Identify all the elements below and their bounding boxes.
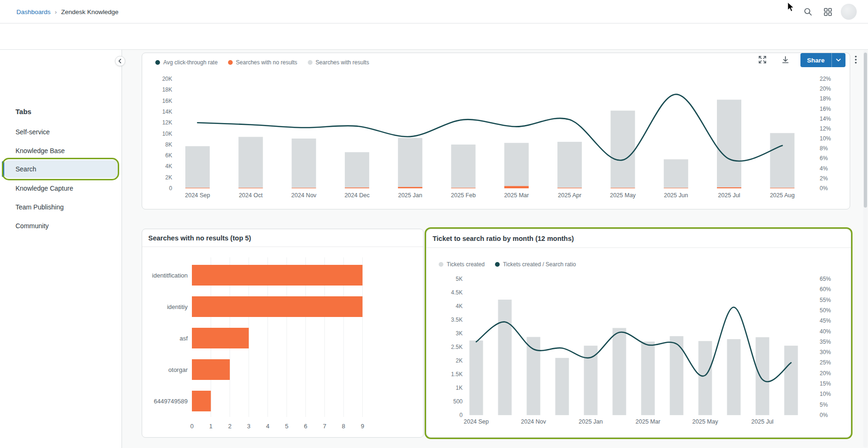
- legend-dot-avg-ctr: [155, 60, 160, 65]
- svg-text:30%: 30%: [820, 349, 831, 355]
- svg-text:2: 2: [228, 423, 231, 430]
- svg-text:2024 Sep: 2024 Sep: [464, 418, 489, 425]
- share-dropdown-button[interactable]: [831, 53, 845, 67]
- fullscreen-icon: [758, 55, 767, 64]
- svg-text:2024 Oct: 2024 Oct: [239, 192, 263, 199]
- svg-text:8: 8: [342, 423, 345, 430]
- tabs-sidebar: Tabs Self-service Knowledge Base Search …: [0, 50, 122, 448]
- sidebar-item-community[interactable]: Community: [0, 217, 122, 235]
- svg-text:1.5K: 1.5K: [451, 371, 463, 378]
- svg-text:1K: 1K: [456, 385, 463, 391]
- svg-text:identitiy: identitiy: [167, 303, 188, 310]
- svg-text:4%: 4%: [820, 165, 828, 172]
- top-bar: Dashboards › Zendesk Knowledge: [0, 0, 868, 23]
- svg-text:0%: 0%: [820, 412, 828, 418]
- search-button[interactable]: [799, 3, 816, 20]
- svg-text:2.5K: 2.5K: [451, 344, 463, 350]
- svg-text:16%: 16%: [820, 106, 831, 112]
- dashboard-toolbar: Share: [0, 23, 868, 50]
- svg-text:25%: 25%: [820, 359, 831, 366]
- breadcrumb-dashboards-link[interactable]: Dashboards: [16, 8, 51, 15]
- svg-text:55%: 55%: [820, 297, 831, 303]
- svg-text:20%: 20%: [820, 370, 831, 377]
- share-button[interactable]: Share: [800, 53, 831, 67]
- svg-text:6K: 6K: [165, 152, 172, 159]
- legend-label: Tickets created: [447, 261, 485, 268]
- user-avatar[interactable]: [841, 4, 857, 20]
- apps-button[interactable]: [819, 3, 836, 20]
- scrollbar-thumb[interactable]: [864, 53, 867, 208]
- sidebar-collapse-button[interactable]: [115, 56, 125, 66]
- search-icon: [804, 8, 812, 16]
- svg-text:10%: 10%: [820, 391, 831, 397]
- svg-text:500: 500: [453, 398, 463, 405]
- svg-text:14%: 14%: [820, 116, 831, 122]
- legend-dot-ratio: [495, 262, 500, 267]
- download-button[interactable]: [777, 51, 794, 68]
- svg-text:40%: 40%: [820, 328, 831, 335]
- breadcrumb-current-page: Zendesk Knowledge: [61, 8, 118, 15]
- svg-text:2K: 2K: [456, 357, 463, 364]
- legend-dot-tickets-created: [439, 262, 443, 267]
- ticket-ratio-chart[interactable]: 5K4.5K4K3.5K3K2.5K2K1.5K1K500065%60%55%5…: [426, 229, 851, 437]
- svg-text:22%: 22%: [820, 76, 831, 82]
- ticket-ratio-chart-card: Ticket to search ratio by month (12 mont…: [426, 229, 851, 438]
- svg-text:3.5K: 3.5K: [451, 317, 463, 323]
- sidebar-item-knowledge-capture[interactable]: Knowledge Capture: [0, 179, 122, 197]
- svg-text:3K: 3K: [456, 330, 463, 337]
- svg-text:12K: 12K: [162, 119, 172, 126]
- svg-text:2025 Jan: 2025 Jan: [398, 192, 422, 199]
- svg-text:35%: 35%: [820, 339, 831, 345]
- svg-text:2025 Jun: 2025 Jun: [664, 192, 688, 199]
- more-options-button[interactable]: [847, 51, 864, 68]
- svg-text:0%: 0%: [820, 185, 828, 192]
- legend-item: Tickets created / Search ratio: [495, 261, 576, 268]
- svg-text:6449749589: 6449749589: [154, 398, 188, 405]
- breadcrumb-separator-icon: ›: [55, 8, 57, 15]
- svg-text:20K: 20K: [162, 76, 172, 82]
- sidebar-item-knowledge-base[interactable]: Knowledge Base: [0, 142, 122, 160]
- no-results-top5-chart[interactable]: identitficationidentitiyasfotorgar644974…: [142, 229, 423, 437]
- share-button-group: Share: [800, 53, 845, 67]
- legend-label: Tickets created / Search ratio: [503, 261, 576, 268]
- legend-label: Avg click-through rate: [163, 59, 218, 66]
- svg-text:identitfication: identitfication: [152, 272, 188, 279]
- svg-text:10K: 10K: [162, 131, 172, 137]
- svg-text:6: 6: [304, 423, 307, 430]
- svg-text:45%: 45%: [820, 317, 831, 324]
- chart-legend: Avg click-through rate Searches with no …: [155, 59, 369, 66]
- svg-text:5: 5: [285, 423, 288, 430]
- svg-text:2025 Mar: 2025 Mar: [636, 418, 661, 425]
- svg-text:4: 4: [266, 423, 269, 430]
- svg-text:60%: 60%: [820, 286, 831, 293]
- breadcrumb: Dashboards › Zendesk Knowledge: [16, 0, 118, 23]
- svg-text:18K: 18K: [162, 86, 172, 93]
- chevron-down-icon: [836, 59, 841, 62]
- svg-text:2%: 2%: [820, 175, 828, 182]
- legend-dot-no-results: [228, 60, 233, 65]
- svg-text:16K: 16K: [162, 98, 172, 104]
- svg-text:2025 Jul: 2025 Jul: [751, 418, 773, 425]
- sidebar-item-search[interactable]: Search: [0, 160, 122, 178]
- svg-text:2025 Feb: 2025 Feb: [451, 192, 476, 199]
- svg-text:otorgar: otorgar: [168, 366, 188, 373]
- svg-text:8%: 8%: [820, 145, 828, 152]
- svg-text:2025 Apr: 2025 Apr: [558, 192, 581, 199]
- fullscreen-button[interactable]: [754, 51, 771, 68]
- download-icon: [781, 55, 790, 64]
- svg-text:65%: 65%: [820, 276, 831, 282]
- legend-item: Tickets created: [439, 261, 485, 268]
- svg-text:asf: asf: [180, 335, 188, 342]
- search-performance-chart[interactable]: 20K18K16K14K12K10K8K6K4K2K022%20%18%16%1…: [142, 53, 850, 209]
- legend-label: Searches with results: [316, 59, 369, 66]
- sidebar-item-self-service[interactable]: Self-service: [0, 123, 122, 141]
- svg-text:2025 May: 2025 May: [610, 192, 636, 199]
- svg-text:2025 Jul: 2025 Jul: [718, 192, 740, 199]
- svg-text:9: 9: [361, 423, 364, 430]
- svg-text:18%: 18%: [820, 95, 831, 102]
- chart-legend: Tickets created Tickets created / Search…: [439, 261, 576, 268]
- svg-text:12%: 12%: [820, 125, 831, 132]
- apps-grid-icon: [824, 8, 832, 16]
- svg-text:8K: 8K: [165, 141, 172, 148]
- sidebar-item-team-publishing[interactable]: Team Publishing: [0, 198, 122, 216]
